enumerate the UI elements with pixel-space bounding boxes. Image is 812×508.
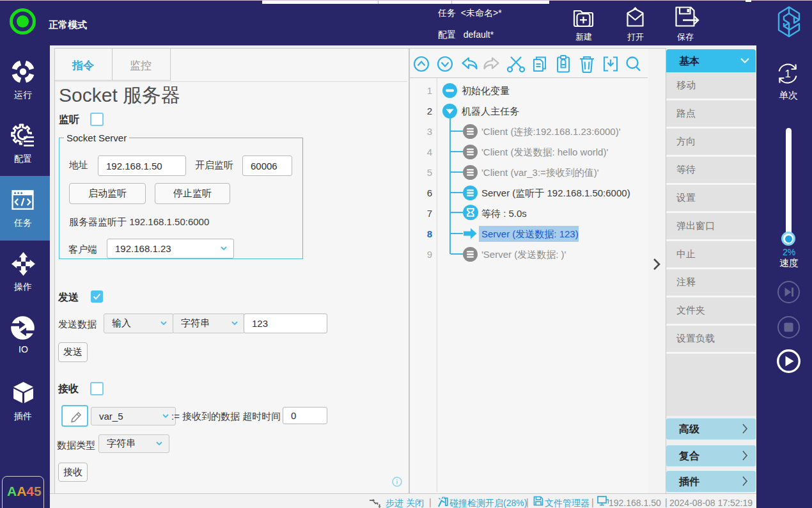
svg-text:1: 1 (785, 68, 790, 79)
